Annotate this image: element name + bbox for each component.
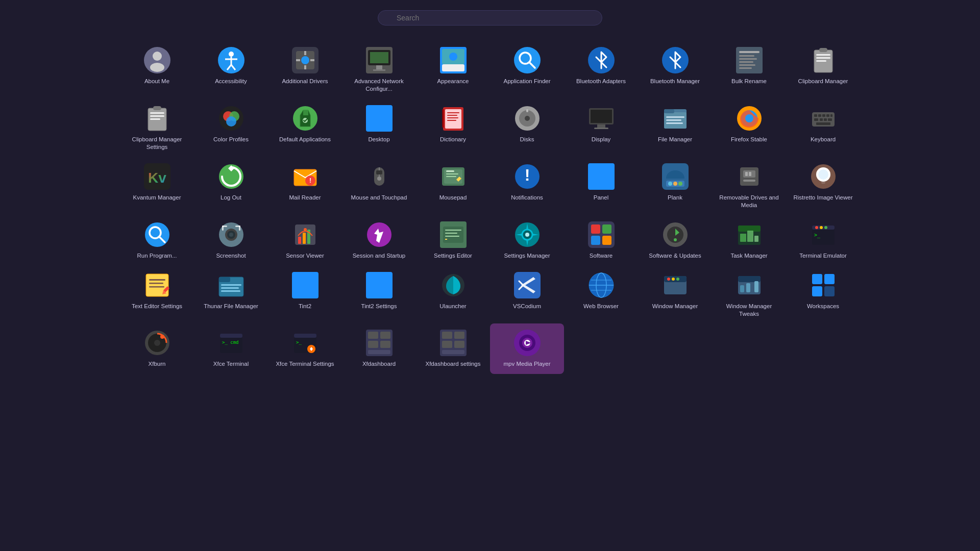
app-label-thunar: Thunar File Manager — [204, 303, 258, 310]
svg-rect-223 — [442, 341, 452, 348]
svg-rect-221 — [442, 332, 452, 339]
svg-rect-152 — [591, 236, 600, 245]
app-item-about-me[interactable]: About Me — [120, 41, 194, 99]
app-item-software[interactable]: Software — [564, 215, 638, 266]
app-item-kvantum-manager[interactable]: KvKvantum Manager — [120, 157, 194, 215]
app-item-mousepad[interactable]: Mousepad — [416, 157, 490, 215]
app-item-default-applications[interactable]: Default Applications — [268, 99, 342, 157]
app-label-run-program: Run Program... — [137, 252, 177, 260]
app-item-mail-reader[interactable]: !Mail Reader — [268, 157, 342, 215]
app-item-file-manager[interactable]: File Manager — [638, 99, 712, 157]
app-item-additional-drivers[interactable]: Additional Drivers — [268, 41, 342, 99]
app-item-application-finder[interactable]: Application Finder — [490, 41, 564, 99]
app-item-xfdashboard-settings[interactable]: Xfdashboard settings — [416, 323, 490, 374]
svg-rect-106 — [446, 176, 456, 177]
app-item-tint2-settings[interactable]: Tint2 Settings — [342, 266, 416, 324]
app-item-session-startup[interactable]: Session and Startup — [342, 215, 416, 266]
app-item-plank[interactable]: Plank — [638, 157, 712, 215]
app-item-keyboard[interactable]: Keyboard — [786, 99, 860, 157]
app-item-bluetooth-manager[interactable]: Bluetooth Manager — [638, 41, 712, 99]
svg-rect-13 — [304, 65, 306, 69]
app-item-xfburn[interactable]: Xfburn — [120, 323, 194, 374]
app-item-appearance[interactable]: Appearance — [416, 41, 490, 99]
svg-point-124 — [145, 222, 169, 247]
app-label-color-profiles: Color Profiles — [213, 136, 249, 143]
app-label-xfdashboard: Xfdashboard — [362, 360, 396, 368]
app-label-tint2-settings: Tint2 Settings — [361, 303, 397, 310]
svg-point-206 — [160, 335, 164, 339]
app-label-ristretto: Ristretto Image Viewer — [793, 194, 852, 202]
svg-rect-20 — [373, 69, 385, 71]
app-item-ristretto[interactable]: Ristretto Image Viewer — [786, 157, 860, 215]
app-item-window-manager-tweaks[interactable]: Window Manager Tweaks — [712, 266, 786, 324]
app-item-workspaces[interactable]: Workspaces — [786, 266, 860, 324]
app-item-terminal[interactable]: >_Terminal Emulator — [786, 215, 860, 266]
app-item-advanced-network[interactable]: Advanced Network Configur... — [342, 41, 416, 99]
svg-rect-197 — [746, 283, 750, 292]
svg-rect-35 — [739, 64, 755, 66]
app-label-advanced-network: Advanced Network Configur... — [349, 78, 410, 93]
app-item-disks[interactable]: Disks — [490, 99, 564, 157]
app-item-thunar[interactable]: Thunar File Manager — [194, 266, 268, 324]
app-label-bluetooth-adapters: Bluetooth Adapters — [576, 78, 626, 85]
svg-rect-61 — [447, 120, 456, 121]
app-icon-xfce-terminal-settings: >_ — [292, 330, 318, 356]
app-item-accessibility[interactable]: Accessibility — [194, 41, 268, 99]
app-icon-web-browser — [588, 272, 615, 298]
app-item-settings-manager[interactable]: Settings Manager — [490, 215, 564, 266]
app-item-window-manager[interactable]: Window Manager — [638, 266, 712, 324]
app-item-xfce-terminal[interactable]: >_ cmdXfce Terminal — [194, 323, 268, 374]
svg-rect-68 — [591, 110, 612, 123]
app-item-display[interactable]: Display — [564, 99, 638, 157]
app-item-tint2[interactable]: Tint2 — [268, 266, 342, 324]
app-label-xfburn: Xfburn — [149, 360, 166, 368]
app-item-screenshot[interactable]: Screenshot — [194, 215, 268, 266]
app-label-settings-editor: Settings Editor — [434, 252, 472, 260]
app-label-bulk-rename: Bulk Rename — [731, 78, 767, 85]
search-input[interactable] — [378, 10, 602, 26]
app-item-mpv[interactable]: mpv Media Player — [490, 323, 564, 374]
app-icon-clipboard-manager — [810, 47, 837, 73]
app-item-bluetooth-adapters[interactable]: Bluetooth Adapters — [564, 41, 638, 99]
app-item-vscodium[interactable]: VSCodium — [490, 266, 564, 324]
app-item-removable-drives[interactable]: Removable Drives and Media — [712, 157, 786, 215]
app-item-log-out[interactable]: Log Out — [194, 157, 268, 215]
app-item-clipboard-manager[interactable]: Clipboard Manager — [786, 41, 860, 99]
svg-point-193 — [676, 278, 679, 281]
app-item-sensor-viewer[interactable]: Sensor Viewer — [268, 215, 342, 266]
app-item-bulk-rename[interactable]: Bulk Rename — [712, 41, 786, 99]
app-item-task-manager[interactable]: Task Manager — [712, 215, 786, 266]
svg-rect-175 — [219, 277, 230, 282]
app-item-ulauncher[interactable]: Ulauncher — [416, 266, 490, 324]
app-item-desktop[interactable]: Desktop — [342, 99, 416, 157]
svg-rect-161 — [754, 236, 758, 242]
app-item-run-program[interactable]: Run Program... — [120, 215, 194, 266]
app-item-web-browser[interactable]: Web Browser — [564, 266, 638, 324]
app-label-plank: Plank — [668, 194, 682, 202]
svg-rect-30 — [736, 47, 763, 73]
app-item-software-updates[interactable]: Software & Updates — [638, 215, 712, 266]
app-item-mouse-touchpad[interactable]: Mouse and Touchpad — [342, 157, 416, 215]
app-item-text-editor-settings[interactable]: Text Editor Settings — [120, 266, 194, 324]
svg-point-164 — [815, 226, 818, 229]
svg-rect-137 — [303, 233, 306, 244]
app-label-mail-reader: Mail Reader — [289, 194, 321, 202]
app-item-settings-editor[interactable]: Settings Editor — [416, 215, 490, 266]
app-item-panel[interactable]: Panel — [564, 157, 638, 215]
app-label-additional-drivers: Additional Drivers — [282, 78, 328, 85]
app-item-xfdashboard[interactable]: Xfdashboard — [342, 323, 416, 374]
app-label-bluetooth-manager: Bluetooth Manager — [650, 78, 700, 85]
app-label-task-manager: Task Manager — [730, 252, 767, 260]
app-item-xfce-terminal-settings[interactable]: >_Xfce Terminal Settings — [268, 323, 342, 374]
svg-point-4 — [229, 52, 234, 57]
app-label-terminal: Terminal Emulator — [799, 252, 847, 260]
app-icon-notifications: ! — [514, 163, 541, 190]
svg-rect-145 — [445, 236, 459, 237]
app-item-firefox[interactable]: Firefox Stable — [712, 99, 786, 157]
svg-rect-76 — [666, 122, 683, 124]
app-item-notifications[interactable]: !Notifications — [490, 157, 564, 215]
svg-rect-180 — [366, 272, 393, 298]
app-item-dictionary[interactable]: Dictionary — [416, 99, 490, 157]
app-item-color-profiles[interactable]: Color Profiles — [194, 99, 268, 157]
app-item-clipboard-manager-settings[interactable]: Clipboard Manager Settings — [120, 99, 194, 157]
